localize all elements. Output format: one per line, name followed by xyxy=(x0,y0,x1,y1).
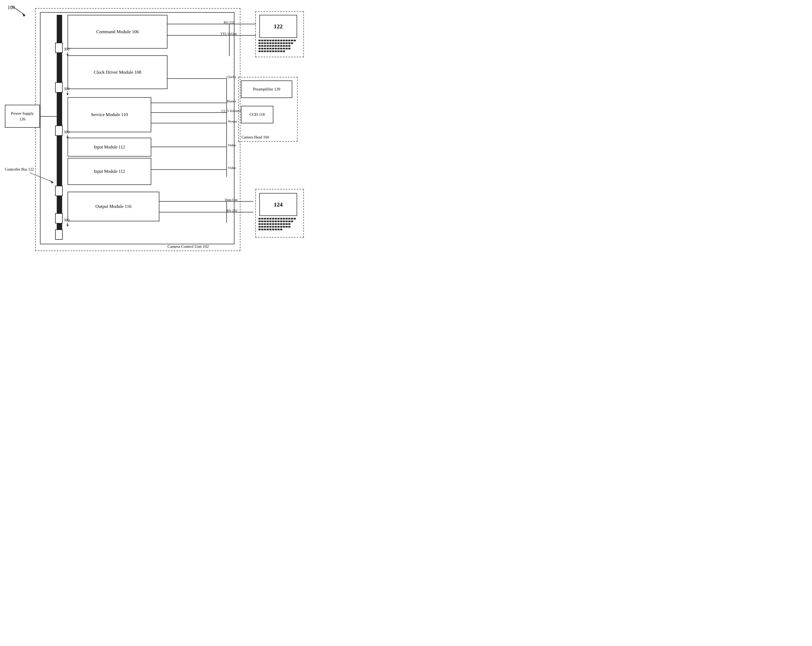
svg-rect-132 xyxy=(280,229,282,230)
svg-rect-58 xyxy=(278,48,279,49)
line-power-service xyxy=(151,123,226,123)
line-rs232-top xyxy=(168,24,230,24)
svg-rect-90 xyxy=(267,221,269,222)
svg-rect-34 xyxy=(280,43,282,44)
svg-rect-120 xyxy=(280,226,282,228)
svg-rect-48 xyxy=(283,45,285,47)
svg-rect-83 xyxy=(285,218,288,219)
svg-rect-40 xyxy=(261,45,263,47)
svg-rect-32 xyxy=(275,43,277,44)
svg-rect-31 xyxy=(272,43,274,44)
svg-rect-74 xyxy=(261,218,263,219)
line-clocks xyxy=(168,78,227,79)
svg-rect-37 xyxy=(288,43,290,44)
svg-rect-119 xyxy=(278,226,279,228)
svg-rect-100 xyxy=(258,223,261,225)
svg-rect-126 xyxy=(264,229,266,230)
svg-rect-24 xyxy=(291,40,293,41)
connector-label-2: 300 xyxy=(64,87,69,91)
svg-rect-69 xyxy=(275,50,277,52)
connector-1 xyxy=(55,43,63,53)
svg-rect-121 xyxy=(283,226,285,228)
svg-rect-18 xyxy=(275,40,277,41)
svg-rect-80 xyxy=(278,218,279,219)
svg-rect-22 xyxy=(285,40,288,41)
svg-rect-104 xyxy=(269,223,272,225)
svg-line-8 xyxy=(30,173,53,182)
line-power-supply xyxy=(40,116,58,117)
svg-rect-36 xyxy=(285,43,288,44)
svg-rect-88 xyxy=(261,221,263,222)
line-video1 xyxy=(151,146,227,147)
svg-rect-73 xyxy=(258,218,261,219)
svg-rect-85 xyxy=(291,218,293,219)
power-supply-box: Power Supply126 xyxy=(5,105,40,128)
svg-rect-131 xyxy=(278,229,279,230)
svg-rect-53 xyxy=(264,48,266,49)
preamplifier-box: Preamplifier 120 xyxy=(241,81,292,98)
svg-rect-54 xyxy=(267,48,269,49)
outer-box-label: Camera Control Unit 102 xyxy=(168,244,209,249)
line-biases xyxy=(151,102,226,103)
svg-rect-92 xyxy=(272,221,274,222)
svg-rect-20 xyxy=(280,40,282,41)
svg-rect-50 xyxy=(288,45,290,47)
connector-label-1: 300 xyxy=(64,47,69,52)
svg-marker-5 xyxy=(66,93,69,96)
svg-rect-114 xyxy=(264,226,266,228)
svg-rect-111 xyxy=(288,223,290,225)
svg-rect-30 xyxy=(269,43,272,44)
svg-rect-108 xyxy=(280,223,282,225)
input-module-1-box: Input Module 112 xyxy=(67,138,151,157)
svg-rect-105 xyxy=(272,223,274,225)
svg-rect-15 xyxy=(267,40,269,41)
svg-rect-17 xyxy=(272,40,274,41)
computer-122-box: 122 xyxy=(259,15,297,38)
input-module-2-box: Input Module 112 xyxy=(67,158,151,185)
svg-rect-89 xyxy=(264,221,266,222)
svg-rect-12 xyxy=(258,40,261,41)
svg-rect-123 xyxy=(288,226,290,228)
svg-rect-102 xyxy=(264,223,266,225)
svg-rect-106 xyxy=(275,223,277,225)
label-video2: Video xyxy=(228,166,236,170)
computer-124-box: 124 xyxy=(259,193,297,216)
svg-rect-75 xyxy=(264,218,266,219)
svg-rect-93 xyxy=(275,221,277,222)
computer-124-keyboard xyxy=(258,217,299,232)
svg-rect-96 xyxy=(283,221,285,222)
clock-driver-module-box: Clock Driver Module 108 xyxy=(67,55,168,89)
svg-rect-19 xyxy=(278,40,279,41)
svg-rect-84 xyxy=(288,218,290,219)
svg-rect-29 xyxy=(267,43,269,44)
svg-rect-66 xyxy=(267,50,269,52)
line-dataout xyxy=(159,201,227,202)
svg-marker-11 xyxy=(66,225,69,227)
svg-rect-115 xyxy=(267,226,269,228)
svg-rect-117 xyxy=(272,226,274,228)
svg-rect-122 xyxy=(285,226,288,228)
svg-rect-39 xyxy=(258,45,261,47)
svg-rect-23 xyxy=(288,40,290,41)
label-video1: Video xyxy=(228,143,236,148)
diagram: 100 Camera Control Unit 102 Command Modu… xyxy=(0,0,324,258)
command-module-box: Command Module 106 xyxy=(67,15,168,49)
connector-label-3: 300 xyxy=(64,130,69,134)
svg-rect-76 xyxy=(267,218,269,219)
svg-rect-42 xyxy=(267,45,269,47)
svg-rect-63 xyxy=(258,50,261,52)
svg-rect-65 xyxy=(264,50,266,52)
svg-rect-71 xyxy=(280,50,282,52)
svg-rect-70 xyxy=(278,50,279,52)
svg-rect-41 xyxy=(264,45,266,47)
svg-rect-97 xyxy=(285,221,288,222)
svg-rect-13 xyxy=(261,40,263,41)
hline-computer1b xyxy=(229,35,256,36)
svg-marker-9 xyxy=(50,180,53,184)
svg-rect-107 xyxy=(278,223,279,225)
svg-rect-67 xyxy=(269,50,272,52)
svg-rect-21 xyxy=(283,40,285,41)
svg-rect-59 xyxy=(280,48,282,49)
svg-rect-55 xyxy=(269,48,272,49)
svg-rect-110 xyxy=(285,223,288,225)
